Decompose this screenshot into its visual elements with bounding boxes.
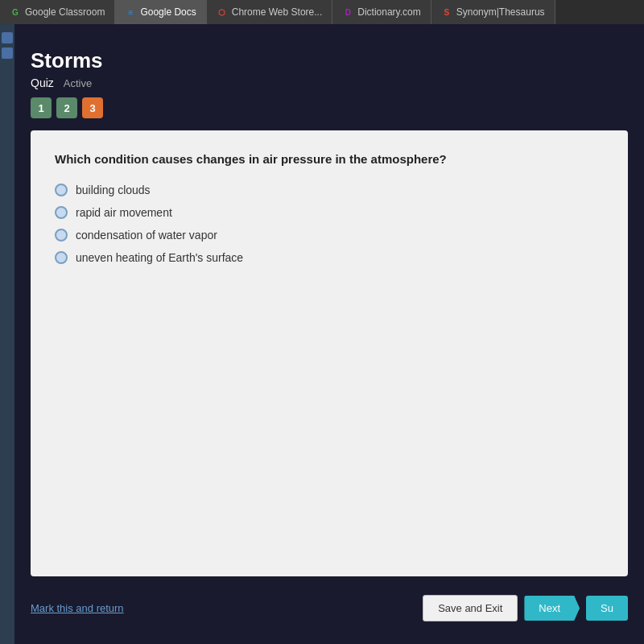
radio-c[interactable] — [55, 229, 68, 242]
quiz-wrapper: Storms Quiz Active 1 2 3 Which condition… — [14, 24, 644, 644]
answer-option-c[interactable]: condensation of water vapor — [55, 229, 604, 242]
question-text: Which condition causes changes in air pr… — [55, 151, 604, 167]
option-text-a: building clouds — [76, 184, 151, 196]
question-numbers: 1 2 3 — [31, 97, 628, 118]
tab-docs-label: Google Docs — [140, 6, 196, 18]
question-number-2[interactable]: 2 — [56, 97, 77, 118]
next-button[interactable]: Next — [524, 596, 580, 621]
mark-return-link[interactable]: Mark this and return — [31, 602, 124, 614]
classroom-icon: G — [10, 6, 21, 18]
tab-classroom-label: Google Classroom — [25, 6, 105, 18]
answer-options: building clouds rapid air movement conde… — [55, 184, 604, 264]
quiz-title: Storms — [31, 48, 628, 73]
tab-dictionary-label: Dictionary.com — [357, 6, 420, 18]
radio-a[interactable] — [55, 184, 68, 196]
main-content: Storms Quiz Active 1 2 3 Which condition… — [0, 24, 644, 644]
answer-option-a[interactable]: building clouds — [55, 184, 604, 196]
quiz-header: Storms Quiz Active 1 2 3 — [31, 48, 628, 118]
sidebar-button-1[interactable] — [2, 32, 13, 43]
docs-icon: ≡ — [125, 6, 136, 18]
answer-option-d[interactable]: uneven heating of Earth's surface — [55, 251, 604, 264]
tab-chrome[interactable]: ⬡ Chrome Web Store... — [207, 0, 333, 24]
option-text-c: condensation of water vapor — [76, 229, 217, 242]
chrome-icon: ⬡ — [217, 6, 228, 18]
question-card: Which condition causes changes in air pr… — [31, 130, 628, 576]
tab-dictionary[interactable]: D Dictionary.com — [332, 0, 431, 24]
radio-b[interactable] — [55, 206, 68, 219]
radio-d[interactable] — [55, 251, 68, 264]
footer-bar: Mark this and return Save and Exit Next … — [31, 588, 628, 628]
quiz-status: Active — [64, 77, 92, 89]
tab-docs[interactable]: ≡ Google Docs — [115, 0, 206, 24]
option-text-d: uneven heating of Earth's surface — [76, 251, 243, 264]
save-exit-button[interactable]: Save and Exit — [423, 595, 518, 621]
quiz-type-label: Quiz — [31, 76, 54, 89]
tab-synonym-label: Synonym|Thesaurus — [456, 6, 545, 18]
dictionary-icon: D — [342, 6, 353, 18]
question-number-1[interactable]: 1 — [31, 97, 52, 118]
option-text-b: rapid air movement — [76, 206, 172, 219]
tab-chrome-label: Chrome Web Store... — [232, 6, 323, 18]
quiz-subtitle-row: Quiz Active — [31, 76, 628, 89]
sidebar-button-2[interactable] — [2, 47, 13, 59]
question-number-3[interactable]: 3 — [82, 97, 103, 118]
browser-tab-bar: G Google Classroom ≡ Google Docs ⬡ Chrom… — [0, 0, 644, 24]
synonym-icon: S — [441, 6, 452, 18]
tab-classroom[interactable]: G Google Classroom — [0, 0, 115, 24]
footer-buttons: Save and Exit Next Su — [423, 595, 628, 621]
left-sidebar — [0, 24, 14, 644]
submit-button[interactable]: Su — [586, 596, 628, 621]
tab-synonym[interactable]: S Synonym|Thesaurus — [431, 0, 555, 24]
answer-option-b[interactable]: rapid air movement — [55, 206, 604, 219]
